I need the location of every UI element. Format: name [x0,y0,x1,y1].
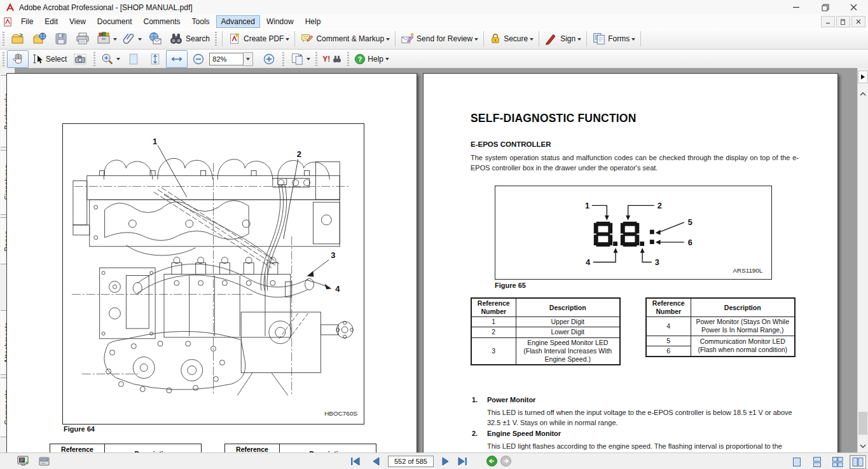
menu-window[interactable]: Window [261,15,299,28]
toolbar-grip[interactable] [282,52,284,66]
comment-markup-label: Comment & Markup [316,34,384,43]
create-pdf-button[interactable]: Create PDF [225,30,292,48]
hand-tool-button[interactable] [7,50,29,68]
fit-width-button[interactable] [166,50,188,68]
attach-dropdown-icon[interactable] [138,38,142,43]
minimize-icon[interactable] [782,0,811,15]
reference-table-1: Reference Number Description 1 Upper Dig… [471,297,621,365]
fit-height-button[interactable] [144,50,166,68]
toolbar-grip[interactable] [215,32,217,46]
page-display-button[interactable] [287,50,313,68]
select-label: Select [46,55,67,64]
pdf-page-right: SELF-DIAGNOSTIC FUNCTION E-EPOS CONTROLL… [423,73,838,454]
facing-layout-icon[interactable] [850,455,866,469]
email-icon[interactable] [144,30,166,48]
screen-status-icon[interactable] [16,454,30,468]
vertical-scrollbar[interactable] [857,68,868,452]
menu-tools[interactable]: Tools [187,15,215,28]
menu-advanced[interactable]: Advanced [216,15,260,28]
close-icon[interactable] [839,0,868,15]
print-icon[interactable] [72,30,93,48]
toolbar-grip[interactable] [93,52,95,66]
figure-65-box: 1 2 5 6 4 3 ARS1190L [495,186,772,280]
sign-dropdown-icon[interactable] [577,38,581,43]
search-button[interactable]: Search [166,30,212,48]
secure-button[interactable]: Secure [486,30,536,48]
single-page-layout-icon[interactable] [789,455,805,469]
last-page-icon[interactable] [455,454,469,468]
doc-minimize-icon[interactable] [821,16,835,27]
comment-markup-button[interactable]: Comment & Markup [298,30,392,48]
restore-icon[interactable] [811,0,839,15]
menu-help[interactable]: Help [300,15,326,28]
panel-toggle-icon[interactable] [858,71,868,83]
table1-row3-desc: Engine Speed Monitor LED (Flash Interval… [516,337,620,365]
sign-pen-icon [544,31,558,46]
fit-page-button[interactable] [123,50,144,68]
zoom-in-button[interactable] [258,50,280,68]
menu-view[interactable]: View [64,15,91,28]
help-dropdown-icon[interactable] [385,58,389,62]
scroll-down-icon[interactable] [858,440,868,451]
menu-document[interactable]: Document [92,15,137,28]
forms-dropdown-icon[interactable] [631,38,635,43]
attach-icon[interactable] [120,30,144,48]
send-for-review-label: Send for Review [417,34,472,43]
open-folder-icon[interactable] [7,30,29,48]
page-display-dropdown-icon[interactable] [307,58,310,62]
figure65-code: ARS1190L [733,267,763,274]
zoom-out-icon [192,53,205,65]
figure-65-caption: Figure 65 [495,282,526,289]
zoom-tool-button[interactable] [98,50,123,68]
snapshot-button[interactable] [69,50,91,68]
toolbar-grip[interactable] [315,52,317,66]
figure65-callout-6: 6 [688,238,692,247]
zoom-level-input[interactable] [209,53,244,65]
create-pdf-dropdown-icon[interactable] [286,38,289,43]
menu-bar: File Edit View Document Comments Tools A… [0,15,868,29]
figure-64-box: 1 2 3 4 HBOC760S [62,123,364,425]
send-for-review-button[interactable]: Send for Review [398,30,481,48]
table-row: 4 Power Monitor (Stays On While Power Is… [646,317,795,336]
continuous-facing-layout-icon[interactable] [829,455,846,469]
forms-button[interactable]: Forms [589,30,638,48]
menu-comments[interactable]: Comments [139,15,186,28]
view-back-icon[interactable] [485,454,499,468]
comment-markup-dropdown-icon[interactable] [386,38,390,43]
next-page-icon[interactable] [439,454,453,468]
select-tool-button[interactable]: Select [29,50,69,68]
doc-restore-icon[interactable] [836,16,850,27]
section1-number: 1. [472,396,478,404]
scroll-up-icon[interactable] [858,88,868,99]
zoom-in-icon [263,53,275,65]
toolbar-grip[interactable] [347,52,349,66]
secure-dropdown-icon[interactable] [530,38,534,43]
figure65-callout-2: 2 [658,201,662,210]
sign-button[interactable]: Sign [542,30,584,48]
continuous-layout-icon[interactable] [809,455,825,469]
help-button[interactable]: ? Help [352,50,392,68]
send-for-review-dropdown-icon[interactable] [474,38,478,43]
toolbar-grip[interactable] [3,52,4,66]
toolbar-grip[interactable] [3,32,4,46]
zoom-tool-dropdown-icon[interactable] [116,58,120,62]
first-page-icon[interactable] [348,454,362,468]
view-forward-icon[interactable] [499,454,513,468]
prev-page-icon[interactable] [369,454,383,468]
scrollbar-thumb[interactable] [858,412,867,435]
doc-close-icon[interactable] [851,16,865,27]
page-number-input[interactable] [388,456,434,467]
drive-status-icon[interactable] [37,454,51,468]
organizer-dropdown-icon[interactable] [113,38,117,43]
separator [395,31,396,46]
zoom-out-button[interactable] [188,50,209,68]
zoom-level-dropdown-icon[interactable] [244,52,253,66]
save-icon[interactable] [50,30,72,48]
open-web-icon[interactable] [29,30,50,48]
menu-edit[interactable]: Edit [39,15,63,28]
organizer-icon[interactable] [93,30,120,48]
view-toolbar: Select [0,50,868,69]
yahoo-search-button[interactable]: Y! [320,50,345,68]
menu-file[interactable]: File [16,15,38,28]
help-question-icon: ? [354,53,366,65]
